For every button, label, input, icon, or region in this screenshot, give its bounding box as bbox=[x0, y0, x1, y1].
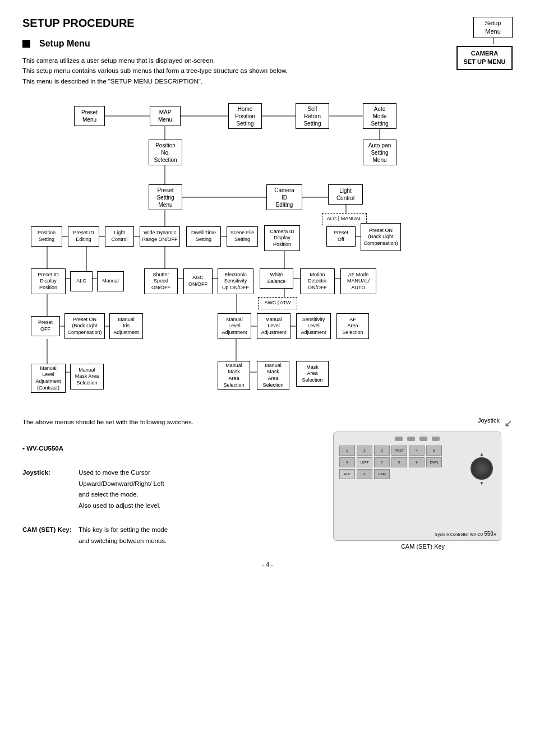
node-camera-id-editing: CameraIDEditing bbox=[266, 184, 302, 210]
top-indicators bbox=[334, 432, 501, 443]
node-awc-atw: AWC | ATW bbox=[258, 297, 297, 309]
node-home-position: HomePositionSetting bbox=[228, 103, 262, 129]
node-motion-detector: MotionDetectorON/OFF bbox=[300, 268, 335, 294]
node-preset-id-editing: Preset IDEditing bbox=[68, 226, 99, 247]
node-auto-pan: Auto-panSettingMenu bbox=[363, 140, 396, 165]
button-grid: 1 2 3 PRST 4 5 6 LEFT 7 8 9 DWN ALC 0 CA… bbox=[334, 443, 457, 481]
ctrl-btn-0: 0 bbox=[357, 469, 372, 479]
node-alc: ALC bbox=[70, 271, 93, 291]
node-self-return: SelfReturnSetting bbox=[296, 103, 329, 129]
ctrl-btn-cam: CAM bbox=[374, 469, 390, 479]
node-manual-level-contrast: ManualLevelAdjustment(Contrast) bbox=[31, 364, 66, 393]
header-right: SetupMenu CAMERASET UP MENU bbox=[456, 17, 513, 70]
node-position-setting: PositionSetting bbox=[31, 226, 62, 247]
indicator-3 bbox=[419, 437, 427, 441]
ctrl-btn-preset: PRST bbox=[391, 446, 407, 456]
node-manual-mask-sel2: ManualMaskAreaSelection bbox=[218, 361, 250, 390]
node-af-area: AFAreaSelection bbox=[336, 313, 369, 339]
page-header: SETUP PROCEDURE Setup Menu This camera u… bbox=[22, 17, 513, 98]
ctrl-btn-3: 3 bbox=[374, 446, 390, 456]
indicator-4 bbox=[432, 437, 440, 441]
cam-key-diagram-label: CAM (SET) Key bbox=[333, 543, 513, 550]
node-manual-level-adj1: ManualLevelAdjustment bbox=[218, 313, 251, 339]
cam-key-row: CAM (SET) Key: This key is for setting t… bbox=[22, 525, 316, 546]
node-mask-area-sel: MaskAreaSelection bbox=[296, 361, 329, 387]
node-agc: AGCON/OFF bbox=[183, 268, 213, 294]
bottom-right: Joystick ↙ 1 2 3 PRST 4 5 6 LEFT bbox=[333, 417, 513, 550]
node-auto-mode: AutoModeSetting bbox=[363, 103, 396, 129]
joystick-diagram-label: Joystick bbox=[478, 417, 500, 429]
ctrl-btn-5: 5 bbox=[426, 446, 442, 456]
ctrl-btn-alc: ALC bbox=[339, 469, 355, 479]
joystick-desc: Used to move the CursorUpward/Downward/R… bbox=[79, 467, 316, 511]
node-scene-file: Scene FileSetting bbox=[227, 226, 258, 247]
node-manual-iris: ManualIrisAdjustment bbox=[109, 313, 143, 339]
controller-illustration: 1 2 3 PRST 4 5 6 LEFT 7 8 9 DWN ALC 0 CA… bbox=[333, 432, 501, 541]
node-white-balance: WhiteBalance bbox=[260, 268, 293, 289]
joystick-arrow-icon: ↙ bbox=[504, 417, 513, 429]
node-sensitivity-level: SensitivityLevelAdjustment bbox=[296, 313, 331, 339]
ctrl-btn-4: 4 bbox=[409, 446, 425, 456]
cam-key-label: CAM (SET) Key: bbox=[22, 525, 73, 546]
node-manual: Manual bbox=[97, 271, 124, 291]
ctrl-btn-2: 2 bbox=[357, 446, 372, 456]
page-number: - 4 - bbox=[22, 561, 513, 568]
node-preset-on-blc: Preset ON(Back LightCompensation) bbox=[361, 223, 401, 251]
node-preset-off: PresetOff bbox=[326, 226, 356, 247]
node-af-mode: AF ModeMANUAL/AUTO bbox=[340, 268, 376, 294]
node-electronic-sens: ElectronicSensitivityUp ON/OFF bbox=[218, 268, 253, 294]
above-menus-text: The above menus should be set with the f… bbox=[22, 417, 316, 428]
joystick-up-arrow: ▲ bbox=[479, 452, 484, 457]
node-light-control2: LightControl bbox=[105, 226, 134, 247]
node-preset-off2: PresetOFF bbox=[31, 316, 60, 336]
node-preset-setting: PresetSettingMenu bbox=[149, 184, 182, 210]
model-label: • WV-CU550A bbox=[22, 443, 316, 454]
tree-lines bbox=[26, 103, 509, 400]
header-left: SETUP PROCEDURE Setup Menu This camera u… bbox=[22, 17, 288, 98]
joystick-label: Joystick: bbox=[22, 467, 73, 511]
ctrl-btn-7: 7 bbox=[374, 457, 390, 467]
node-alc-manual: ALC | MANUAL bbox=[322, 213, 367, 225]
node-wide-dynamic: Wide DynamicRange ON/OFF bbox=[140, 226, 180, 247]
node-preset-menu: PresetMenu bbox=[74, 106, 105, 126]
model-number-display: System Controller WV-CU 550A bbox=[435, 531, 496, 537]
indicator-1 bbox=[395, 437, 403, 441]
joystick-down-arrow: ▼ bbox=[479, 481, 484, 486]
node-preset-on-blc2: Preset ON(Back LightCompensation) bbox=[64, 313, 105, 339]
bottom-left: The above menus should be set with the f… bbox=[22, 417, 316, 550]
intro-text: This camera utilizes a user setup menu t… bbox=[22, 55, 288, 86]
node-camera-id-display: Camera IDDisplayPosition bbox=[264, 225, 300, 251]
node-light-control: LightControl bbox=[328, 184, 363, 205]
node-manual-level-adj2: ManualLevelAdjustment bbox=[257, 313, 290, 339]
joystick-row: Joystick: Used to move the CursorUpward/… bbox=[22, 467, 316, 511]
bottom-section: The above menus should be set with the f… bbox=[22, 417, 513, 550]
node-map-menu: MAPMenu bbox=[150, 106, 181, 126]
ctrl-btn-9: 9 bbox=[409, 457, 425, 467]
ctrl-btn-left: LEFT bbox=[357, 457, 372, 467]
page-title: SETUP PROCEDURE bbox=[22, 17, 288, 30]
node-dwell-time: Dwell TimeSetting bbox=[186, 226, 221, 247]
ctrl-btn-8: 8 bbox=[391, 457, 407, 467]
camera-setup-box: CAMERASET UP MENU bbox=[456, 46, 513, 70]
ctrl-btn-down: DWN bbox=[426, 457, 442, 467]
joystick-knob bbox=[471, 457, 493, 480]
node-manual-mask-sel1: ManualMask AreaSelection bbox=[70, 364, 104, 389]
ctrl-btn-6: 6 bbox=[339, 457, 355, 467]
node-preset-id-display: Preset IDDisplayPosition bbox=[31, 268, 66, 294]
node-shutter-speed: ShutterSpeedON/OFF bbox=[144, 268, 178, 294]
tree-diagram: PresetMenu MAPMenu HomePositionSetting S… bbox=[26, 103, 509, 400]
joystick-area: Joystick ↙ bbox=[333, 417, 513, 429]
ctrl-btn-1: 1 bbox=[339, 446, 355, 456]
indicator-2 bbox=[407, 437, 415, 441]
node-position-no: PositionNo.Selection bbox=[149, 140, 182, 165]
cam-key-desc: This key is for setting the modeand swit… bbox=[79, 525, 316, 546]
section-title: Setup Menu bbox=[22, 39, 288, 49]
node-manual-mask-sel3: ManualMaskAreaSelection bbox=[257, 361, 289, 390]
setup-menu-box: SetupMenu bbox=[473, 17, 513, 38]
